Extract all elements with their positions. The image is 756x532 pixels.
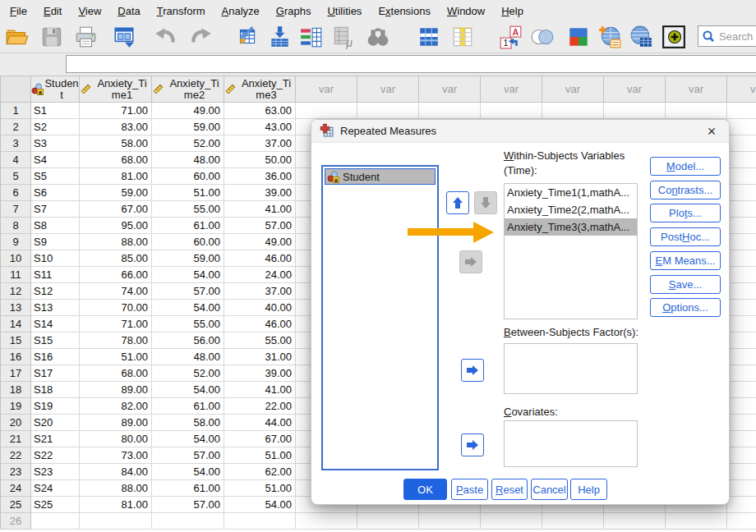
column-header-var[interactable]: var <box>542 76 604 103</box>
grid-cell[interactable]: 66.00 <box>80 267 152 283</box>
customize-toolbar-icon[interactable] <box>661 24 687 50</box>
source-variable-student[interactable]: aStudent <box>325 168 436 185</box>
column-header-var[interactable]: var <box>666 76 727 103</box>
grid-cell[interactable] <box>727 349 756 365</box>
grid-cell[interactable]: 55.00 <box>152 201 224 218</box>
column-header-var[interactable]: var <box>481 76 542 103</box>
column-header-var[interactable]: var <box>357 76 419 103</box>
grid-cell[interactable]: 51.00 <box>152 185 224 201</box>
use-variable-sets-icon[interactable] <box>529 24 555 50</box>
grid-cell[interactable]: 59.00 <box>152 250 224 267</box>
source-variables-list[interactable]: aStudent <box>321 165 439 470</box>
grid-cell[interactable]: S1 <box>31 103 80 119</box>
row-number[interactable]: 18 <box>0 382 31 398</box>
grid-cell[interactable] <box>31 513 80 530</box>
grid-cell[interactable] <box>296 103 357 119</box>
grid-cell[interactable] <box>727 415 756 431</box>
grid-cell[interactable] <box>727 283 756 300</box>
grid-cell[interactable]: 31.00 <box>224 349 296 365</box>
grid-cell[interactable]: 61.00 <box>152 480 224 497</box>
grid-cell[interactable]: 73.00 <box>80 447 152 464</box>
dialog-button-plots[interactable]: Plots... <box>650 204 721 222</box>
column-header-anxietytime1[interactable]: Anxiety_Time1 <box>80 76 152 103</box>
print-icon[interactable] <box>72 24 99 50</box>
grid-cell[interactable]: 54.00 <box>152 431 224 447</box>
grid-cell[interactable] <box>666 513 727 530</box>
grid-cell[interactable]: S25 <box>31 497 80 513</box>
row-number[interactable]: 16 <box>0 349 31 365</box>
grid-cell[interactable]: S6 <box>31 185 80 201</box>
dialog-button-help[interactable]: Help <box>570 479 607 500</box>
row-number[interactable]: 11 <box>0 267 31 283</box>
move-to-covariates-button[interactable] <box>461 433 484 456</box>
column-header-var[interactable]: var <box>296 76 357 103</box>
grid-cell[interactable]: 82.00 <box>80 398 152 415</box>
dialog-titlebar[interactable]: Repeated Measures × <box>311 120 729 143</box>
grid-cell[interactable]: 54.00 <box>152 267 224 283</box>
grid-cell[interactable] <box>80 513 152 530</box>
grid-cell[interactable] <box>727 250 756 267</box>
grid-cell[interactable] <box>224 513 296 530</box>
row-number[interactable]: 14 <box>0 316 31 332</box>
redo-icon[interactable] <box>187 24 214 50</box>
grid-cell[interactable]: S16 <box>31 349 80 365</box>
menu-edit[interactable]: Edit <box>35 2 70 21</box>
grid-cell[interactable]: S21 <box>31 431 80 447</box>
grid-cell[interactable]: 58.00 <box>152 415 224 431</box>
grid-cell[interactable]: 37.00 <box>224 135 296 152</box>
dialog-button-save[interactable]: Save... <box>650 275 721 294</box>
grid-cell[interactable]: S24 <box>31 480 80 497</box>
column-header-var[interactable]: var <box>727 76 756 103</box>
grid-cell[interactable]: 61.00 <box>152 218 224 234</box>
row-number[interactable]: 4 <box>0 152 31 168</box>
menu-data[interactable]: Data <box>109 2 148 21</box>
grid-cell[interactable] <box>542 513 604 530</box>
split-file-icon[interactable] <box>565 24 592 50</box>
insert-cases-icon[interactable] <box>416 24 442 50</box>
grid-cell[interactable] <box>727 382 756 398</box>
grid-cell[interactable]: 52.00 <box>152 135 224 152</box>
row-number[interactable]: 3 <box>0 135 31 152</box>
grid-cell[interactable]: 36.00 <box>224 168 296 185</box>
grid-cell[interactable]: 88.00 <box>80 234 152 250</box>
row-number[interactable]: 7 <box>0 201 31 218</box>
grid-cell[interactable]: 81.00 <box>80 497 152 513</box>
weight-cases-icon[interactable] <box>597 24 623 50</box>
grid-cell[interactable]: S8 <box>31 218 80 234</box>
menu-graphs[interactable]: Graphs <box>268 2 320 21</box>
grid-cell[interactable]: 44.00 <box>224 415 296 431</box>
search-box[interactable] <box>698 25 756 47</box>
descriptive-statistics-icon[interactable]: μ <box>330 24 357 50</box>
grid-cell[interactable]: 54.00 <box>152 464 224 480</box>
grid-cell[interactable] <box>357 513 419 530</box>
save-icon[interactable] <box>39 24 65 50</box>
grid-cell[interactable] <box>727 447 756 464</box>
grid-cell[interactable]: S2 <box>31 119 80 135</box>
grid-cell[interactable]: 41.00 <box>224 382 296 398</box>
grid-cell[interactable] <box>419 103 481 119</box>
menu-help[interactable]: Help <box>493 2 532 21</box>
dialog-button-model[interactable]: Model... <box>650 157 721 176</box>
grid-cell[interactable]: 43.00 <box>224 119 296 135</box>
grid-cell[interactable] <box>727 103 756 119</box>
row-number[interactable]: 1 <box>0 103 31 119</box>
grid-cell[interactable]: S7 <box>31 201 80 218</box>
row-number[interactable]: 10 <box>0 250 31 267</box>
grid-cell[interactable] <box>152 513 224 530</box>
grid-cell[interactable]: 78.00 <box>80 332 152 349</box>
grid-cell[interactable]: S4 <box>31 152 80 168</box>
grid-cell[interactable]: 57.00 <box>152 283 224 300</box>
within-subjects-item[interactable]: Anxiety_Time3(3,mathA... <box>505 218 637 236</box>
grid-corner[interactable] <box>0 76 31 103</box>
grid-cell[interactable]: S15 <box>31 332 80 349</box>
grid-cell[interactable]: 46.00 <box>224 250 296 267</box>
grid-cell[interactable] <box>727 152 756 168</box>
grid-cell[interactable]: 84.00 <box>80 464 152 480</box>
dialog-button-reset[interactable]: Reset <box>491 479 528 500</box>
grid-cell[interactable]: S20 <box>31 415 80 431</box>
grid-cell[interactable]: S17 <box>31 365 80 382</box>
grid-cell[interactable]: 51.00 <box>80 349 152 365</box>
dialog-button-contrasts[interactable]: Contrasts... <box>650 181 721 200</box>
menu-window[interactable]: Window <box>439 2 493 21</box>
grid-cell[interactable] <box>727 316 756 332</box>
